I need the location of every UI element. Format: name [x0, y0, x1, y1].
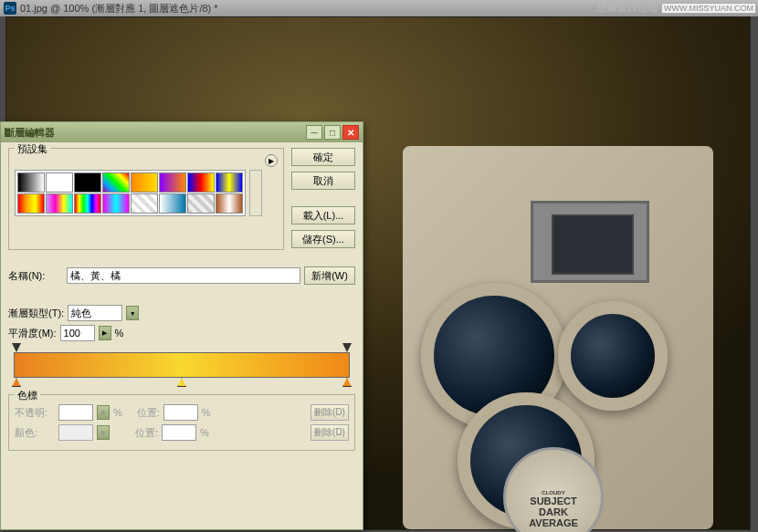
- preset-swatch[interactable]: [131, 193, 158, 214]
- name-label: 名稱(N):: [8, 269, 63, 283]
- gradient-editor-dialog: 斷層編輯器 ─ □ ✕ 預設集 ▶ 確定 取消 載入(L)... 儲存(S: [0, 121, 363, 530]
- preset-swatch[interactable]: [187, 193, 215, 214]
- minimize-button[interactable]: ─: [306, 125, 322, 140]
- watermark-text: 思缘设计论坛: [597, 1, 658, 15]
- gradient-bar[interactable]: [14, 352, 350, 378]
- presets-scrollbar[interactable]: [249, 170, 262, 216]
- watermark: 思缘设计论坛 WWW.MISSYUAN.COM: [597, 1, 756, 15]
- preset-grid: [15, 170, 246, 216]
- opacity-input: [58, 404, 93, 421]
- position-label: 位置:: [135, 426, 158, 440]
- color-stop[interactable]: [177, 378, 186, 387]
- presets-fieldset: 預設集 ▶: [8, 148, 284, 250]
- preset-swatch[interactable]: [216, 193, 243, 214]
- gradient-type-dropdown[interactable]: 純色: [68, 305, 122, 321]
- camera-body: CLOUDY SUBJECT DARK AVERAGE: [403, 146, 713, 529]
- opacity-stop[interactable]: [12, 343, 21, 352]
- dialog-titlebar[interactable]: 斷層編輯器 ─ □ ✕: [1, 122, 363, 142]
- chevron-down-icon[interactable]: ▼: [126, 306, 139, 320]
- preset-swatch[interactable]: [131, 172, 158, 193]
- maximize-button[interactable]: □: [324, 125, 341, 140]
- preset-swatch[interactable]: [187, 172, 215, 193]
- opacity-stop[interactable]: [342, 343, 352, 352]
- dialog-title: 斷層編輯器: [5, 126, 304, 140]
- document-title: 01.jpg @ 100% (漸層對應 1, 圖層遮色片/8) *: [20, 2, 218, 16]
- smoothness-label: 平滑度(M):: [8, 327, 57, 340]
- chevron-icon: ▶: [97, 425, 110, 440]
- watermark-badge: WWW.MISSYUAN.COM: [661, 3, 756, 14]
- color-stop[interactable]: [12, 378, 21, 387]
- presets-menu-button[interactable]: ▶: [265, 154, 278, 167]
- name-input[interactable]: [67, 267, 300, 284]
- photoshop-icon: Ps: [4, 2, 16, 15]
- cancel-button[interactable]: 取消: [291, 172, 355, 190]
- preset-swatch[interactable]: [159, 172, 186, 193]
- preset-swatch[interactable]: [216, 172, 243, 193]
- gradient-bar-editor[interactable]: [8, 352, 355, 378]
- preset-swatch[interactable]: [159, 193, 186, 214]
- load-button[interactable]: 載入(L)...: [291, 206, 355, 224]
- delete-opacity-button: 刪除(D): [311, 404, 349, 421]
- color-label: 顏色:: [15, 426, 55, 440]
- chevron-icon: ▶: [97, 405, 110, 420]
- preset-swatch[interactable]: [74, 193, 101, 214]
- position-input: [163, 404, 198, 421]
- position-label: 位置:: [137, 406, 160, 420]
- color-stop[interactable]: [342, 378, 352, 387]
- close-button[interactable]: ✕: [342, 125, 359, 140]
- preset-swatch[interactable]: [17, 172, 45, 193]
- smoothness-stepper[interactable]: ▶: [99, 326, 111, 340]
- smoothness-input[interactable]: [60, 325, 95, 341]
- color-swatch: [58, 424, 93, 441]
- new-button[interactable]: 新增(W): [304, 266, 355, 285]
- stops-fieldset: 色標 不透明: ▶ % 位置: % 刪除(D) 顏色: ▶ 位置: % 刪除(D…: [8, 394, 355, 451]
- viewfinder: [531, 201, 649, 283]
- save-button[interactable]: 儲存(S)...: [291, 230, 355, 248]
- preset-swatch[interactable]: [74, 172, 101, 193]
- preset-swatch[interactable]: [46, 193, 73, 214]
- presets-label: 預設集: [15, 142, 50, 156]
- color-position-input: [162, 424, 196, 441]
- camera-lens: [558, 301, 668, 411]
- gradient-type-label: 漸層類型(T):: [8, 307, 64, 320]
- stops-label: 色標: [15, 389, 40, 402]
- delete-color-button: 刪除(D): [311, 424, 349, 441]
- preset-swatch[interactable]: [46, 172, 73, 193]
- percent-label: %: [115, 328, 124, 339]
- preset-swatch[interactable]: [17, 193, 45, 214]
- opacity-label: 不透明:: [15, 406, 55, 420]
- preset-swatch[interactable]: [102, 193, 130, 214]
- ok-button[interactable]: 確定: [291, 148, 355, 166]
- preset-swatch[interactable]: [102, 172, 130, 193]
